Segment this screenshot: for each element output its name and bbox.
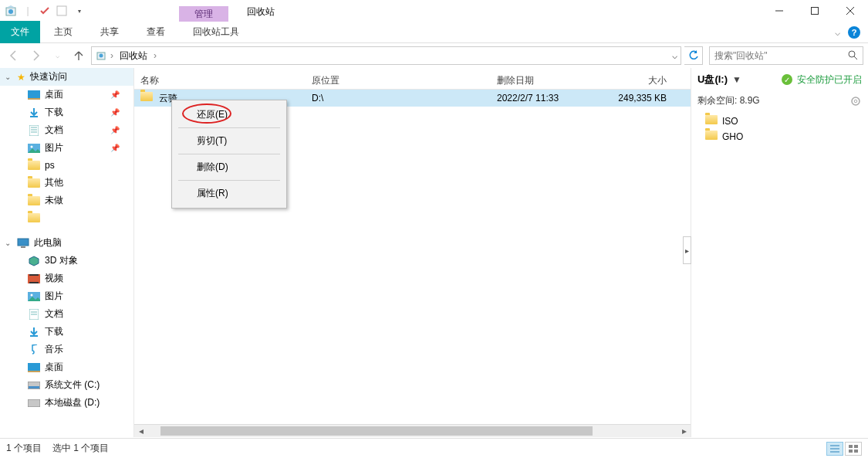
sidebar-item-3dobjects[interactable]: 3D 对象	[0, 252, 133, 270]
music-icon	[28, 344, 40, 356]
sidebar-item-drive-c[interactable]: 系统文件 (C:)	[0, 376, 133, 394]
svg-point-1	[8, 9, 13, 14]
col-header-deleted[interactable]: 删除日期	[491, 71, 611, 90]
menu-restore[interactable]: 还原(E)	[174, 103, 285, 126]
sidebar-item-documents2[interactable]: 文档	[0, 305, 133, 323]
svg-rect-20	[18, 239, 29, 246]
view-large-icons-button[interactable]	[845, 442, 862, 456]
document-icon	[28, 124, 40, 137]
column-headers: 名称 原位置 删除日期 大小	[134, 68, 691, 90]
breadcrumb-sep-2[interactable]: ›	[154, 50, 157, 61]
thispc-icon	[17, 238, 29, 249]
col-header-name[interactable]: 名称	[134, 71, 306, 90]
folder-icon	[28, 159, 40, 171]
recycle-bin-icon[interactable]	[3, 3, 19, 19]
free-space-label: 剩余空间: 8.9G	[697, 94, 760, 107]
nav-up-button[interactable]	[69, 46, 88, 65]
expand-caret-icon[interactable]: ⌄	[5, 239, 11, 247]
sidebar-item-drive-d[interactable]: 本地磁盘 (D:)	[0, 394, 133, 412]
sidebar-item-desktop2[interactable]: 桌面	[0, 358, 133, 376]
scroll-left-icon[interactable]: ◂	[134, 425, 147, 438]
drive-folder-gho[interactable]: GHO	[705, 129, 868, 144]
nav-bar: ⌵ › 回收站 › ⌵	[0, 43, 868, 68]
breadcrumb-sep[interactable]: ›	[110, 50, 113, 61]
maximize-button[interactable]	[797, 0, 833, 22]
nav-forward-button[interactable]	[26, 46, 45, 65]
search-box[interactable]	[709, 46, 863, 65]
sidebar-item-pictures[interactable]: 图片📌	[0, 139, 133, 157]
minimize-ribbon-icon[interactable]: ⌵	[835, 27, 840, 38]
horizontal-scrollbar[interactable]: ◂ ▸	[134, 424, 691, 437]
sidebar-item-other[interactable]: 其他	[0, 174, 133, 192]
gear-icon[interactable]	[849, 95, 862, 107]
search-input[interactable]	[714, 50, 847, 61]
scroll-thumb[interactable]	[160, 426, 593, 436]
menu-separator	[178, 127, 280, 128]
tab-home[interactable]: 主页	[40, 21, 86, 43]
refresh-button[interactable]	[684, 46, 703, 65]
svg-rect-34	[29, 386, 39, 388]
col-header-orig[interactable]: 原位置	[306, 71, 491, 90]
svg-rect-35	[28, 399, 40, 407]
sidebar-item-desktop[interactable]: 桌面📌	[0, 86, 133, 103]
star-icon: ★	[17, 72, 25, 83]
close-button[interactable]	[833, 0, 868, 22]
sidebar-item-blank[interactable]	[0, 209, 133, 226]
sidebar-item-documents[interactable]: 文档📌	[0, 121, 133, 139]
view-details-button[interactable]	[826, 442, 843, 456]
breadcrumb-recyclebin[interactable]: 回收站	[117, 49, 150, 63]
address-bar[interactable]: › 回收站 › ⌵	[91, 46, 681, 65]
pin-icon: 📌	[110, 90, 120, 99]
pin-icon: 📌	[110, 126, 120, 134]
sidebar-item-videos[interactable]: 视频	[0, 270, 133, 287]
drive-folder-iso[interactable]: ISO	[705, 114, 868, 129]
folder-icon	[705, 131, 718, 143]
sidebar-item-ps[interactable]: ps	[0, 157, 133, 174]
svg-point-9	[849, 51, 855, 57]
search-icon[interactable]	[847, 49, 858, 63]
svg-rect-4	[812, 8, 819, 15]
drive-label[interactable]: U盘(I:)	[697, 73, 728, 87]
qat-blank-icon[interactable]	[54, 3, 69, 19]
window-controls	[762, 0, 868, 22]
sidebar-quick-access[interactable]: ⌄ ★ 快速访问	[0, 68, 133, 86]
sidebar-item-weizuo[interactable]: 未做	[0, 192, 133, 209]
collapse-panel-button[interactable]: ▸	[683, 236, 691, 264]
cell-orig: D:\	[306, 91, 491, 105]
sidebar-item-pictures2[interactable]: 图片	[0, 287, 133, 305]
cell-size: 249,335 KB	[611, 91, 673, 105]
tab-recyclebin-tools[interactable]: 回收站工具	[179, 21, 253, 43]
nav-recent-dropdown[interactable]: ⌵	[48, 46, 66, 65]
tab-share[interactable]: 共享	[86, 21, 133, 43]
expand-caret-icon[interactable]: ⌄	[5, 73, 11, 81]
scroll-right-icon[interactable]: ▸	[677, 425, 691, 438]
nav-back-button[interactable]	[5, 46, 23, 65]
svg-line-10	[854, 56, 857, 59]
security-status[interactable]: 安全防护已开启	[797, 73, 862, 87]
menu-separator	[178, 180, 280, 181]
sidebar-item-music[interactable]: 音乐	[0, 341, 133, 358]
drive-dropdown-icon[interactable]: ▼	[732, 74, 741, 85]
menu-properties[interactable]: 属性(R)	[174, 182, 285, 205]
minimize-button[interactable]	[762, 0, 797, 22]
tab-view[interactable]: 查看	[133, 21, 179, 43]
address-dropdown-icon[interactable]: ⌵	[672, 50, 677, 61]
title-bar: | ▾ 管理 回收站	[0, 0, 868, 22]
right-panel: ▸ U盘(I:) ▼ ✓ 安全防护已开启 剩余空间: 8.9G ISO GHO	[691, 68, 868, 437]
qat-check-icon[interactable]	[37, 3, 52, 19]
svg-rect-2	[57, 6, 66, 15]
pictures-icon	[28, 290, 40, 303]
menu-cut[interactable]: 剪切(T)	[174, 130, 285, 152]
desktop-icon	[28, 89, 40, 101]
sidebar-item-downloads[interactable]: 下载📌	[0, 103, 133, 121]
help-icon[interactable]: ?	[848, 26, 860, 39]
sidebar-this-pc[interactable]: ⌄ 此电脑	[0, 234, 133, 252]
tab-file[interactable]: 文件	[0, 21, 40, 43]
col-header-size[interactable]: 大小	[611, 71, 673, 90]
menu-delete[interactable]: 删除(D)	[174, 156, 285, 178]
qat-dropdown-icon[interactable]: ▾	[71, 3, 86, 19]
context-tab-manage[interactable]: 管理	[179, 6, 228, 22]
folder-icon	[705, 115, 718, 127]
svg-rect-21	[21, 246, 25, 248]
sidebar-item-downloads2[interactable]: 下载	[0, 323, 133, 341]
